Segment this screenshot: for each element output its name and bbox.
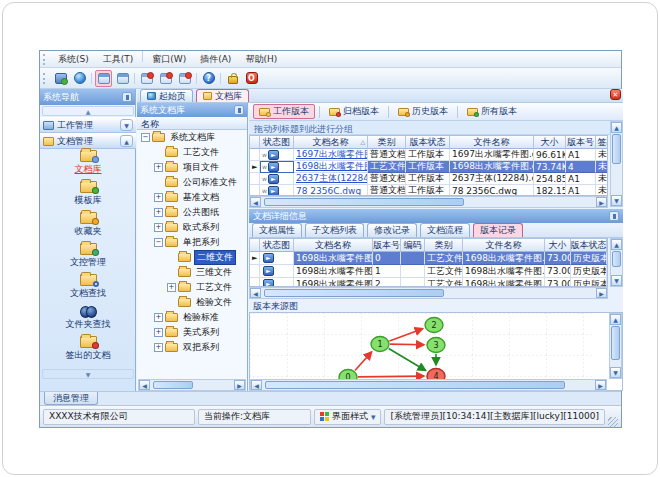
button-工作版本[interactable]: 工作版本 xyxy=(253,104,315,119)
pin-icon[interactable] xyxy=(122,92,132,102)
chevron-icon[interactable]: ▼ xyxy=(120,119,133,131)
scroll-arrow-icon[interactable]: ▼ xyxy=(611,275,622,286)
tab-起始页[interactable]: 起始页 xyxy=(140,89,193,102)
resize-grip[interactable] xyxy=(608,417,618,427)
tree-node-公司标准文件[interactable]: 公司标准文件 xyxy=(137,175,247,190)
sidebar-group-header-1[interactable]: 工作管理▼ xyxy=(40,117,136,133)
table-row[interactable]: ►1698出水嘴零件图.dwg0工艺文件1698出水嘴零件图.dwg73.00K… xyxy=(250,252,607,265)
close-document-icon-button[interactable] xyxy=(138,70,155,87)
column-header-状态图[interactable]: 状态图 xyxy=(260,136,294,149)
scroll-thumb[interactable] xyxy=(264,198,464,206)
column-header-类别[interactable]: 类别 xyxy=(425,239,463,252)
sidebar-item-收藏夹[interactable]: 收藏夹 xyxy=(40,209,136,240)
tree-node-双把系列[interactable]: +双把系列 xyxy=(137,340,247,355)
button-归档版本[interactable]: 归档版本 xyxy=(324,104,384,119)
scroll-arrow-icon[interactable]: ◀ xyxy=(250,197,261,207)
button-历史版本[interactable]: 历史版本 xyxy=(393,104,453,119)
sidebar-item-签出的文档[interactable]: 签出的文档 xyxy=(40,333,136,364)
lock-icon-button[interactable] xyxy=(224,70,241,87)
graph-vertical-scrollbar[interactable]: ▲▼ xyxy=(609,313,622,379)
document-link[interactable]: 1698出水嘴零件图.dwg xyxy=(296,161,368,173)
tree-node-二维文件[interactable]: 二维文件 xyxy=(137,250,247,265)
menu-item-1[interactable]: 系统(S) xyxy=(51,51,96,68)
column-header-状态图[interactable]: 状态图 xyxy=(260,239,294,252)
tree-node-欧式系列[interactable]: +欧式系列 xyxy=(137,220,247,235)
expand-icon[interactable]: + xyxy=(154,193,163,202)
tree-horizontal-scrollbar[interactable]: ◀▶ xyxy=(138,379,246,391)
sidebar-item-文档查找[interactable]: 文档查找 xyxy=(40,271,136,302)
expand-icon[interactable]: + xyxy=(154,223,163,232)
close-icon[interactable]: ✕ xyxy=(610,89,621,100)
table-row[interactable]: w2637主体(12284).dwg普通文档工作版本2637主体(12284).… xyxy=(250,173,607,185)
tree-node-工艺文件[interactable]: 工艺文件 xyxy=(137,145,247,160)
scroll-arrow-icon[interactable]: ▶ xyxy=(596,288,607,298)
scroll-arrow-icon[interactable]: ▲ xyxy=(611,239,622,250)
tree-node-工艺文件[interactable]: +工艺文件 xyxy=(137,280,247,295)
lower-table-horizontal-scrollbar[interactable]: ◀▶ xyxy=(249,287,608,299)
open-window-icon-button[interactable] xyxy=(95,70,112,87)
scroll-arrow-icon[interactable]: ▼ xyxy=(611,195,622,206)
scroll-arrow-icon[interactable]: ▲ xyxy=(610,314,621,325)
document-link[interactable]: 78 2356C.dwg xyxy=(296,186,361,196)
tab-子文档列表[interactable]: 子文档列表 xyxy=(305,223,364,237)
upper-table-horizontal-scrollbar[interactable]: ◀▶ xyxy=(249,196,608,208)
tree-node-项目文件[interactable]: +项目文件 xyxy=(137,160,247,175)
sidebar-scroll-down-button[interactable]: ▼ xyxy=(42,369,134,379)
scroll-arrow-icon[interactable]: ▼ xyxy=(610,367,621,378)
sidebar-item-文档库[interactable]: 文档库 xyxy=(40,147,136,178)
version-node-3[interactable]: 3 xyxy=(427,338,445,353)
scroll-thumb[interactable] xyxy=(265,381,565,389)
toolbar-drag-grip[interactable] xyxy=(43,73,48,84)
column-header-版本号[interactable]: 版本号 xyxy=(373,239,401,252)
collapse-icon[interactable]: − xyxy=(141,133,150,142)
tree-node-检验文件[interactable]: 检验文件 xyxy=(137,295,247,310)
sidebar-item-文件夹查找[interactable]: 文件夹查找 xyxy=(40,302,136,333)
table-row[interactable]: w1697出水嘴零件图.dwg普通文档工作版本1697出水嘴零件图.dwg96.… xyxy=(250,149,607,161)
column-header-版本状态[interactable]: 版本状态 xyxy=(406,136,450,149)
scroll-thumb[interactable] xyxy=(611,326,620,360)
tab-文档库[interactable]: 文档库 xyxy=(196,89,249,102)
tree-node-三维文件[interactable]: 三维文件 xyxy=(137,265,247,280)
expand-icon[interactable]: + xyxy=(154,328,163,337)
scroll-arrow-icon[interactable]: ▲ xyxy=(611,122,622,133)
close-all-documents-icon-button[interactable] xyxy=(157,70,174,87)
tree-node-检验标准[interactable]: +检验标准 xyxy=(137,310,247,325)
sidebar-scroll-up-button[interactable]: ▲ xyxy=(42,106,134,116)
tree-node-单把系列[interactable]: −单把系列 xyxy=(137,235,247,250)
column-header-大小[interactable]: 大小 xyxy=(534,136,566,149)
version-node-0[interactable]: 0 xyxy=(339,370,357,380)
graph-horizontal-scrollbar[interactable]: ◀▶ xyxy=(250,379,607,391)
tree-node-美式系列[interactable]: +美式系列 xyxy=(137,325,247,340)
scroll-thumb[interactable] xyxy=(264,289,444,297)
table-row[interactable]: w78 2356C.dwg普通文档工作版本78 2356C.dwg182.15K… xyxy=(250,185,607,196)
column-header-文档名称[interactable]: 文档名称 xyxy=(294,239,373,252)
collapse-icon[interactable]: − xyxy=(154,238,163,247)
document-badge-icon-button[interactable] xyxy=(176,70,193,87)
screen-settings-icon-button[interactable] xyxy=(52,70,69,87)
scroll-arrow-icon[interactable]: ▶ xyxy=(595,380,606,390)
tree-node-基准文档[interactable]: +基准文档 xyxy=(137,190,247,205)
chevron-icon[interactable]: ▲ xyxy=(120,135,133,147)
version-node-1[interactable]: 1 xyxy=(371,337,389,352)
tree-column-header[interactable]: 名称 xyxy=(137,117,247,130)
scroll-arrow-icon[interactable]: ◀ xyxy=(251,380,262,390)
sidebar-item-文控管理[interactable]: 文控管理 xyxy=(40,240,136,271)
globe-icon-button[interactable] xyxy=(71,70,88,87)
scroll-thumb[interactable] xyxy=(612,134,621,164)
lower-table-vertical-scrollbar[interactable]: ▲▼ xyxy=(610,238,623,287)
table-row[interactable]: ►w1698出水嘴零件图.dwg工艺文件工作版本1698出水嘴零件图.dwg73… xyxy=(250,161,607,173)
button-所有版本[interactable]: 所有版本 xyxy=(462,104,522,119)
menu-drag-grip[interactable] xyxy=(43,54,48,65)
ui-style-button[interactable]: 界面样式 ▾ xyxy=(314,409,382,425)
scroll-arrow-icon[interactable]: ◀ xyxy=(139,380,150,390)
column-header-版本状态[interactable]: 版本状态 xyxy=(571,239,607,252)
help-icon-button[interactable]: ? xyxy=(200,70,217,87)
window-grid-icon-button[interactable] xyxy=(114,70,131,87)
scroll-arrow-icon[interactable]: ▶ xyxy=(234,380,245,390)
column-header-签出状态[interactable]: 签出状态 xyxy=(596,136,608,149)
menu-item-2[interactable]: 工具(T) xyxy=(96,51,141,68)
document-link[interactable]: 2637主体(12284).dwg xyxy=(296,173,368,185)
tab-修改记录[interactable]: 修改记录 xyxy=(367,223,417,237)
tab-message-management[interactable]: 消息管理 xyxy=(44,392,98,405)
column-header-文档名称[interactable]: 文档名称△ xyxy=(294,136,368,149)
